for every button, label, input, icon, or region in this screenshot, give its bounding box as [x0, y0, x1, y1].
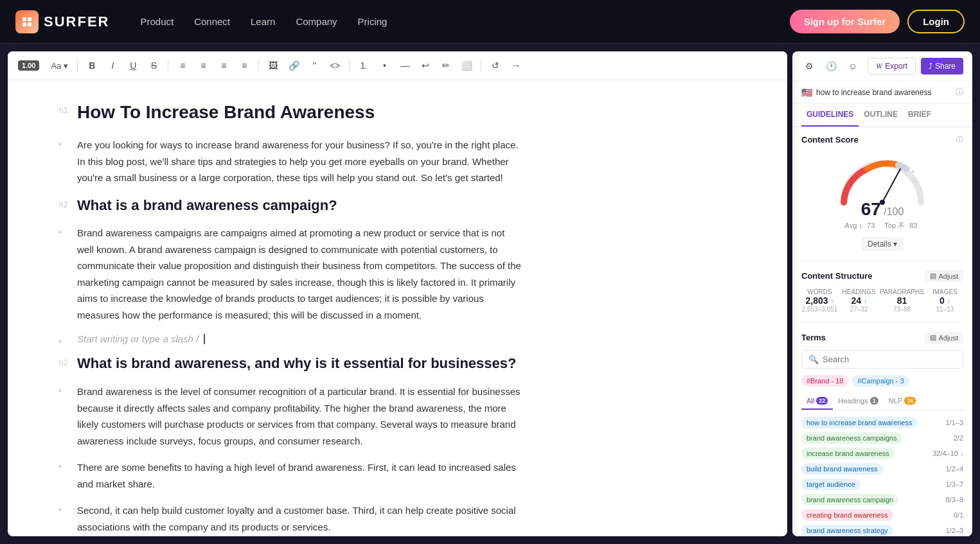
panel-icons: ⚙ 🕐 ☺: [801, 58, 860, 74]
toolbar-align-left[interactable]: ≡: [174, 57, 192, 75]
toolbar-redo[interactable]: →: [507, 57, 525, 75]
para-3[interactable]: Brand awareness is the level of consumer…: [77, 383, 522, 449]
para-5[interactable]: Second, it can help build customer loyal…: [77, 502, 522, 535]
para-1[interactable]: Are you looking for ways to increase bra…: [77, 137, 522, 186]
toolbar-underline[interactable]: U: [124, 57, 142, 75]
filter-headings-count: 1: [870, 397, 878, 405]
empty-paragraph-placeholder[interactable]: Start writing or type a slash /: [77, 333, 199, 344]
settings-icon[interactable]: ⚙: [801, 58, 817, 74]
toolbar-eraser[interactable]: ⬜: [458, 57, 476, 75]
share-button[interactable]: ⤴ Share: [921, 58, 963, 75]
struct-words-label: WORDS: [801, 288, 838, 295]
panel-tabs: GUIDELINES OUTLINE BRIEF: [792, 103, 972, 127]
term-tag-3[interactable]: build brand awareness: [801, 463, 883, 475]
para-marker-3: ▸: [59, 387, 72, 449]
nav-connect[interactable]: Connect: [194, 16, 230, 27]
struct-images-range: 11–13: [927, 306, 963, 313]
editor-toolbar: 1.00 Aa ▾ B I U S ≡ ≡ ≡ ≡ 🖼 🔗 " <> 1. • …: [8, 51, 787, 80]
terms-filter-tabs: All 22 Headings 1 NLP 26: [801, 393, 963, 410]
score-top: Top 不 83: [884, 222, 920, 229]
toolbar-italic[interactable]: I: [103, 57, 121, 75]
share-icon: ⤴: [929, 62, 932, 71]
terms-search-icon: 🔍: [808, 355, 819, 364]
term-tag-5[interactable]: brand awareness campaign: [801, 494, 898, 505]
list-item: brand awareness strategy 1/2–3: [801, 525, 963, 536]
tab-guidelines[interactable]: GUIDELINES: [801, 103, 859, 127]
para-4-row: ▸ There are some benefits to having a hi…: [59, 459, 522, 492]
toolbar-unordered-list[interactable]: •: [375, 57, 393, 75]
clock-icon[interactable]: 🕐: [823, 58, 839, 74]
toolbar-strikethrough[interactable]: S: [145, 57, 163, 75]
toolbar-image[interactable]: 🖼: [264, 57, 282, 75]
toolbar-redo-arrow[interactable]: ↩: [416, 57, 434, 75]
structure-adjust-button[interactable]: ▤ Adjust: [925, 270, 963, 282]
terms-search-box[interactable]: 🔍: [801, 350, 963, 369]
struct-headings-label: HEADINGS: [841, 288, 877, 295]
para-4[interactable]: There are some benefits to having a high…: [77, 459, 522, 492]
headings-arrow: ↑: [864, 298, 867, 305]
query-info-icon[interactable]: ⓘ: [956, 87, 963, 98]
para-marker-4: ▸: [59, 462, 72, 492]
toolbar-version: 1.00: [18, 60, 39, 71]
terms-search-input[interactable]: [823, 355, 956, 364]
toolbar-ordered-list[interactable]: 1.: [355, 57, 373, 75]
export-button[interactable]: 𝑊 Export: [868, 58, 916, 75]
term-tag-2[interactable]: increase brand awareness: [801, 448, 895, 459]
term-tag-4[interactable]: target audience: [801, 478, 860, 490]
term-meta-3: 1/2–4: [945, 465, 963, 473]
para-2[interactable]: Brand awareness campaigns are campaigns …: [77, 225, 522, 323]
tab-outline[interactable]: OUTLINE: [859, 103, 903, 127]
term-tag-6[interactable]: creating brand awareness: [801, 509, 893, 521]
toolbar-align-justify[interactable]: ≡: [235, 57, 253, 75]
toolbar-divider-2: [168, 59, 168, 72]
filter-all[interactable]: All 22: [801, 393, 833, 410]
toolbar-code[interactable]: <>: [326, 57, 344, 75]
struct-images: IMAGES 0 ↑ 11–13: [927, 288, 963, 313]
nav-learn[interactable]: Learn: [251, 16, 275, 27]
toolbar-hr[interactable]: —: [396, 57, 414, 75]
tag-brand[interactable]: #Brand - 18: [801, 375, 848, 387]
heading-2-2[interactable]: What is brand awareness, and why is it e…: [77, 355, 516, 373]
struct-paragraphs-range: 73–88: [880, 306, 924, 313]
nav-company[interactable]: Company: [296, 16, 337, 27]
nav-product[interactable]: Product: [140, 16, 174, 27]
emoji-icon[interactable]: ☺: [845, 58, 860, 74]
terms-adjust-button[interactable]: ▤ Adjust: [925, 331, 963, 344]
details-button[interactable]: Details ▾: [861, 237, 904, 251]
filter-headings[interactable]: Headings 1: [833, 393, 884, 410]
logo[interactable]: SURFER: [15, 10, 109, 33]
heading-select[interactable]: Aa ▾: [47, 60, 72, 72]
term-tag-7[interactable]: brand awareness strategy: [801, 525, 893, 536]
tab-brief[interactable]: BRIEF: [903, 103, 936, 127]
struct-paragraphs-val: 81: [880, 295, 924, 306]
toolbar-quote[interactable]: ": [305, 57, 323, 75]
svg-rect-1: [28, 17, 31, 21]
toolbar-link[interactable]: 🔗: [285, 57, 303, 75]
struct-words-range: 2,653–3,051: [801, 306, 838, 313]
document-title[interactable]: How To Increase Brand Awareness: [77, 101, 375, 124]
struct-headings-val: 24 ↑: [841, 295, 877, 306]
toolbar-bold[interactable]: B: [83, 57, 101, 75]
login-button[interactable]: Login: [907, 10, 965, 33]
struct-headings-range: 27–32: [841, 306, 877, 313]
term-meta-5: 8/3–8: [945, 496, 963, 504]
filter-nlp[interactable]: NLP 26: [884, 393, 921, 410]
editor-content[interactable]: h1 How To Increase Brand Awareness ▸ Are…: [8, 80, 560, 536]
content-score-info[interactable]: ⓘ: [956, 135, 963, 145]
score-meta: Avg ↕ 73 Top 不 83: [842, 221, 923, 231]
toolbar-align-right[interactable]: ≡: [215, 57, 233, 75]
tag-campaign[interactable]: #Campaign - 3: [852, 375, 909, 387]
toolbar-align-center[interactable]: ≡: [194, 57, 212, 75]
term-tag-1[interactable]: brand awareness campaigns: [801, 432, 902, 444]
nav-pricing[interactable]: Pricing: [358, 16, 388, 27]
signup-button[interactable]: Sign up for Surfer: [790, 10, 900, 33]
empty-paragraph: ▸ Start writing or type a slash /: [59, 333, 522, 344]
term-tag-0[interactable]: how to increase brand awareness: [801, 417, 917, 428]
words-arrow: ↑: [831, 298, 834, 305]
toolbar-highlight[interactable]: ✏: [437, 57, 455, 75]
para-5-row: ▸ Second, it can help build customer loy…: [59, 502, 522, 535]
h2-2-marker: h2: [59, 358, 72, 373]
para-marker-empty: ▸: [59, 337, 72, 344]
toolbar-undo[interactable]: ↺: [486, 57, 504, 75]
heading-2-1[interactable]: What is a brand awareness campaign?: [77, 197, 337, 215]
